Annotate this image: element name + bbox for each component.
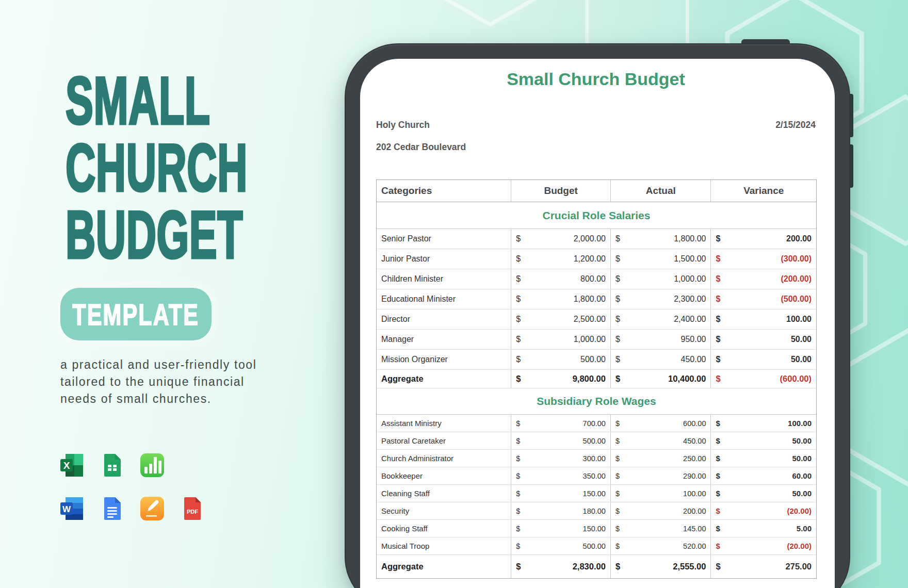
budget-cell: $1,800.00	[511, 289, 611, 309]
title-line-1: SMALL	[66, 67, 248, 134]
page-title: SMALL CHURCH BUDGET	[66, 67, 359, 268]
tablet-mockup: Small Church Budget Holy Church 2/15/202…	[345, 43, 850, 588]
svg-text:PDF: PDF	[187, 509, 198, 515]
amount: 2,500.00	[574, 315, 606, 324]
table-row: Senior Pastor$2,000.00$1,800.00$200.00	[377, 229, 816, 249]
table-row: Bookkeeper$350.00$290.00$60.00	[377, 467, 816, 485]
word-icon[interactable]: W	[59, 496, 84, 521]
category-cell: Junior Pastor	[377, 249, 511, 269]
amount: 2,830.00	[573, 562, 606, 571]
amount: 150.00	[583, 525, 606, 533]
actual-cell: $1,800.00	[611, 229, 711, 249]
amount: (300.00)	[781, 254, 812, 264]
pdf-icon[interactable]: PDF	[180, 496, 205, 521]
variance-cell: $(500.00)	[711, 289, 816, 309]
variance-cell: $50.00	[711, 450, 816, 467]
currency-symbol: $	[716, 524, 720, 533]
google-sheets-icon[interactable]	[100, 453, 124, 478]
currency-symbol: $	[716, 542, 720, 550]
document-meta-row: Holy Church 2/15/2024	[376, 120, 816, 130]
amount: 100.00	[788, 419, 812, 428]
currency-symbol: $	[516, 489, 520, 498]
table-row: Cooking Staff$150.00$145.00$5.00	[377, 520, 816, 537]
amount: 1,800.00	[574, 295, 606, 304]
excel-icon[interactable]: X	[59, 453, 84, 478]
budget-cell: $800.00	[511, 269, 611, 289]
table-row: Church Administrator$300.00$250.00$50.00	[377, 450, 816, 467]
actual-cell: $290.00	[611, 467, 711, 484]
variance-cell: $200.00	[711, 229, 816, 249]
category-cell: Security	[377, 502, 511, 519]
category-cell: Aggregate	[377, 555, 511, 578]
budget-cell: $500.00	[511, 432, 611, 449]
amount: 50.00	[791, 335, 812, 344]
aggregate-row: Aggregate$2,830.00$2,555.00$275.00	[377, 555, 816, 578]
currency-symbol: $	[615, 335, 620, 344]
budget-cell: $350.00	[511, 467, 611, 484]
amount: 450.00	[681, 355, 706, 364]
document-title: Small Church Budget	[376, 69, 816, 89]
org-address: 202 Cedar Boulevard	[376, 142, 466, 153]
amount: 200.00	[786, 234, 812, 243]
amount: 9,800.00	[573, 374, 606, 384]
amount: 600.00	[683, 419, 706, 428]
variance-cell: $50.00	[711, 330, 816, 349]
amount: 50.00	[792, 454, 812, 463]
actual-cell: $600.00	[611, 415, 711, 432]
amount: 1,000.00	[574, 335, 606, 344]
actual-cell: $2,555.00	[611, 555, 711, 578]
category-cell: Musical Troop	[377, 537, 511, 554]
amount: 950.00	[681, 335, 706, 344]
table-row: Children Minister$800.00$1,000.00$(200.0…	[377, 269, 816, 289]
variance-cell: $(20.00)	[711, 502, 816, 519]
currency-symbol: $	[516, 254, 521, 264]
actual-cell: $145.00	[611, 520, 711, 537]
apple-numbers-icon[interactable]	[140, 453, 165, 478]
amount: 290.00	[683, 472, 706, 480]
currency-symbol: $	[716, 295, 720, 304]
budget-cell: $500.00	[511, 537, 611, 554]
left-panel: SMALL CHURCH BUDGET TEMPLATE a practical…	[0, 0, 320, 588]
amount: 50.00	[792, 436, 812, 445]
table-row: Pastoral Caretaker$500.00$450.00$50.00	[377, 432, 816, 450]
budget-table: CategoriesBudgetActualVarianceCrucial Ro…	[376, 179, 817, 579]
section-title: Crucial Role Salaries	[377, 202, 816, 229]
currency-symbol: $	[615, 437, 620, 445]
currency-symbol: $	[716, 436, 720, 445]
amount: (20.00)	[787, 507, 812, 515]
variance-cell: $50.00	[711, 350, 816, 369]
budget-cell: $700.00	[511, 415, 611, 432]
amount: 250.00	[683, 454, 706, 463]
amount: 145.00	[683, 525, 706, 533]
doc-date: 2/15/2024	[775, 120, 816, 130]
variance-cell: $(600.00)	[711, 370, 816, 388]
budget-cell: $9,800.00	[511, 370, 611, 388]
apple-pages-icon[interactable]	[140, 496, 165, 521]
amount: 60.00	[792, 471, 812, 480]
description-text: a practical and user-friendly tool tailo…	[60, 356, 268, 407]
currency-symbol: $	[615, 525, 620, 533]
category-cell: Mission Organizer	[377, 350, 511, 369]
template-badge-label: TEMPLATE	[73, 297, 200, 332]
currency-symbol: $	[516, 315, 521, 324]
currency-symbol: $	[516, 542, 520, 550]
table-row: Assistant Ministry$700.00$600.00$100.00	[377, 415, 816, 432]
header-actual: Actual	[611, 180, 711, 202]
variance-cell: $5.00	[711, 520, 816, 537]
google-docs-icon[interactable]	[100, 496, 124, 521]
actual-cell: $450.00	[611, 350, 711, 369]
currency-symbol: $	[615, 374, 620, 384]
amount: 350.00	[583, 472, 606, 480]
amount: 2,300.00	[674, 295, 706, 304]
amount: 2,400.00	[674, 315, 706, 324]
currency-symbol: $	[716, 507, 720, 515]
variance-cell: $60.00	[711, 467, 816, 484]
category-cell: Cleaning Staff	[377, 485, 511, 502]
currency-symbol: $	[516, 562, 521, 571]
budget-cell: $1,000.00	[511, 330, 611, 349]
title-line-3: BUDGET	[66, 201, 248, 268]
amount: 180.00	[583, 507, 606, 515]
currency-symbol: $	[716, 454, 720, 463]
amount: 520.00	[683, 542, 706, 550]
currency-symbol: $	[716, 374, 720, 384]
